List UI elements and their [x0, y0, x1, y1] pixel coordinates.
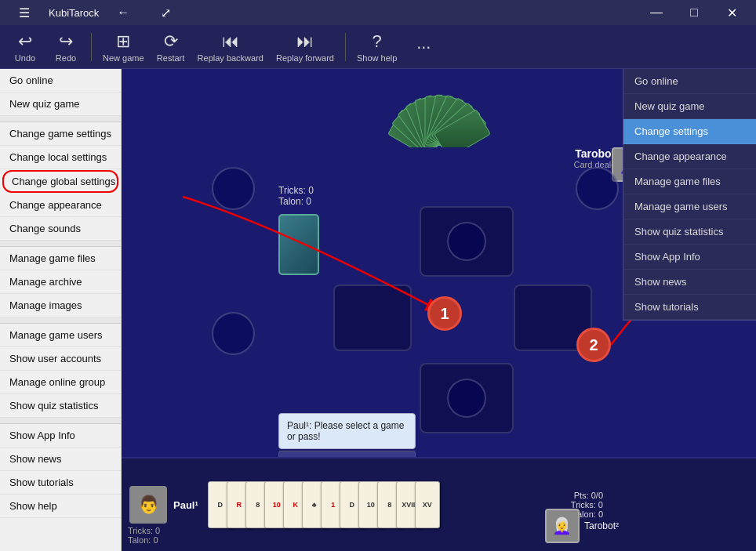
titlebar-left: ☰ KubiTarock ← ⤢ [6, 0, 184, 25]
bottom-left-talon: Talon: 0 [128, 535, 160, 545]
sidebar-item-new-quiz-game[interactable]: New quiz game [0, 92, 121, 116]
replay-forward-button[interactable]: ⏭ Replay forward [271, 27, 339, 67]
sidebar-item-manage-game-files[interactable]: Manage game files [0, 247, 121, 270]
menu-separator-4 [0, 418, 121, 424]
undo-icon: ↩ [18, 31, 32, 52]
sidebar-item-manage-online-group[interactable]: Manage online group [0, 371, 121, 394]
bottom-left-tricks: Tricks: 0 [128, 526, 160, 535]
tarobot2-name: Tarobot² [584, 520, 619, 531]
sidebar-item-manage-archive[interactable]: Manage archive [0, 270, 121, 294]
rdrop-change-settings[interactable]: Change settings [623, 119, 756, 144]
hand-card-12[interactable]: XV [415, 481, 440, 528]
tarobot2-avatar: 👩‍🦳 [545, 509, 580, 543]
rdrop-manage-game-users[interactable]: Manage game users [623, 194, 756, 219]
sidebar-item-change-global-settings[interactable]: Change global settings [2, 170, 118, 193]
left-top-circle [212, 167, 255, 210]
app-title: KubiTarock [49, 7, 99, 19]
hamburger-menu-button[interactable]: ☰ [6, 0, 42, 25]
show-help-button[interactable]: ? Show help [352, 27, 402, 67]
toolbar-separator-2 [345, 33, 346, 61]
replay-backward-icon: ⏮ [222, 31, 239, 52]
restart-button[interactable]: ⟳ Restart [152, 27, 190, 67]
right-top-circle [576, 167, 619, 210]
new-game-label: New game [103, 53, 144, 63]
sidebar-item-show-news[interactable]: Show news [0, 448, 121, 471]
tarobot2-area: 👩‍🦳 Tarobot² [545, 509, 619, 543]
redo-button[interactable]: ↪ Redo [47, 27, 85, 67]
redo-label: Redo [56, 53, 76, 63]
new-game-button[interactable]: ⊞ New game [98, 27, 149, 67]
toolbar-separator [91, 33, 92, 61]
rdrop-show-quiz-statistics[interactable]: Show quiz statistics [623, 219, 756, 245]
toolbar: ↩ Undo ↪ Redo ⊞ New game ⟳ Restart ⏮ Rep… [0, 25, 756, 69]
rdrop-new-quiz-game[interactable]: New quiz game [623, 94, 756, 119]
rdrop-change-appearance[interactable]: Change appearance [623, 144, 756, 169]
close-button[interactable]: ✕ [714, 0, 750, 25]
sidebar-menu: Go online New quiz game Change game sett… [0, 69, 122, 551]
bottom-player-name: Paul¹ [173, 499, 198, 511]
number-2-indicator: 2 [576, 328, 611, 362]
center-slot-bottom [420, 363, 514, 433]
bottom-left-status: Tricks: 0 Talon: 0 [128, 526, 160, 545]
bottom-player-avatar: 👨 [129, 486, 167, 524]
undo-label: Undo [15, 53, 35, 63]
left-bottom-circle [212, 312, 255, 355]
titlebar-controls: — □ ✕ [638, 0, 750, 25]
menu-separator-2 [0, 241, 121, 247]
right-dropdown-menu: Go online New quiz game Change settings … [623, 69, 756, 321]
replay-backward-button[interactable]: ⏮ Replay backward [193, 27, 268, 67]
sidebar-item-show-tutorials[interactable]: Show tutorials [0, 471, 121, 495]
top-tricks-label: Tricks: 0 [278, 185, 314, 196]
top-player-cards [322, 69, 557, 147]
show-help-label: Show help [357, 53, 397, 63]
rdrop-show-news[interactable]: Show news [623, 270, 756, 295]
hand-cards: D R 8 10 K ♣ 1 D 10 8 XVII XV [214, 481, 440, 528]
menu-separator-1 [0, 116, 121, 122]
bottom-pts: Pts: 0/0 [571, 491, 603, 500]
more-button[interactable]: ··· [405, 27, 442, 67]
bottom-player-area: 👨 Paul¹ D R 8 10 K ♣ 1 D 10 8 XVII XV [122, 457, 756, 551]
top-talon-label: Talon: 0 [278, 196, 314, 207]
new-game-icon: ⊞ [116, 31, 130, 52]
rdrop-show-tutorials[interactable]: Show tutorials [623, 295, 756, 320]
sidebar-item-go-online[interactable]: Go online [0, 69, 121, 92]
sidebar-item-show-help[interactable]: Show help [0, 495, 121, 518]
back-button[interactable]: ← [105, 0, 141, 25]
help-icon: ? [373, 31, 382, 52]
number-1-indicator: 1 [427, 296, 462, 331]
restore-button[interactable]: ⤢ [147, 0, 184, 25]
center-slot-left [333, 285, 412, 351]
rdrop-go-online[interactable]: Go online [623, 69, 756, 94]
replay-backward-label: Replay backward [198, 53, 264, 63]
sidebar-item-show-user-accounts[interactable]: Show user accounts [0, 347, 121, 371]
rdrop-manage-game-files[interactable]: Manage game files [623, 169, 756, 194]
menu-separator-3 [0, 317, 121, 324]
sidebar-item-manage-game-users[interactable]: Manage game users [0, 324, 121, 347]
rdrop-show-app-info[interactable]: Show App Info [623, 245, 756, 270]
left-card [278, 214, 319, 275]
top-tricks-info: Tricks: 0 Talon: 0 [278, 185, 314, 207]
titlebar: ☰ KubiTarock ← ⤢ — □ ✕ [0, 0, 756, 25]
sidebar-item-show-quiz-statistics[interactable]: Show quiz statistics [0, 394, 121, 418]
game-area: Tarobot³ Card dealer 👩‍🦳 Tricks: 0 Talon… [122, 69, 756, 551]
center-slot-top [420, 206, 514, 277]
minimize-button[interactable]: — [638, 0, 674, 25]
replay-forward-icon: ⏭ [296, 31, 314, 52]
sidebar-item-manage-images[interactable]: Manage images [0, 294, 121, 317]
replay-forward-label: Replay forward [276, 53, 334, 63]
undo-button[interactable]: ↩ Undo [6, 27, 44, 67]
sidebar-item-change-appearance[interactable]: Change appearance [0, 194, 121, 217]
sidebar-item-change-sounds[interactable]: Change sounds [0, 217, 121, 241]
sidebar-item-show-app-info[interactable]: Show App Info [0, 424, 121, 448]
maximize-button[interactable]: □ [676, 0, 712, 25]
sidebar-item-change-game-settings[interactable]: Change game settings [0, 122, 121, 146]
message-bubble: Paul¹: Please select a game or pass! [278, 413, 416, 449]
main-content: Go online New quiz game Change game sett… [0, 69, 756, 551]
redo-icon: ↪ [59, 31, 73, 52]
sidebar-item-change-local-settings[interactable]: Change local settings [0, 146, 121, 169]
more-icon: ··· [416, 37, 431, 57]
restart-icon: ⟳ [164, 31, 178, 52]
restart-label: Restart [157, 53, 184, 63]
